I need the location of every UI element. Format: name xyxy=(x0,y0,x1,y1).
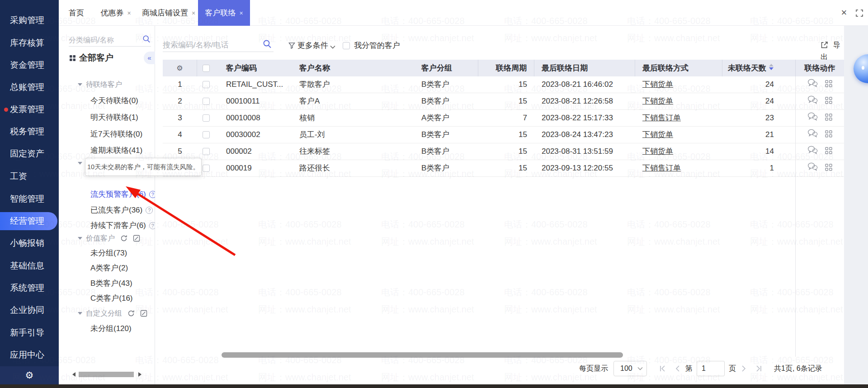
last-contact-method-link[interactable]: 下销货单 xyxy=(642,97,673,105)
row-checkbox[interactable] xyxy=(203,148,210,155)
header-col-9[interactable]: 未联络天数 xyxy=(722,60,796,76)
sidebar-item-3[interactable]: 资金管理 xyxy=(0,56,59,74)
tab-close-icon[interactable]: × xyxy=(239,9,243,17)
last-contact-method-link[interactable]: 下销货单 xyxy=(642,130,673,139)
tree-horizontal-scrollbar[interactable] xyxy=(72,371,151,378)
tab-2[interactable]: 优惠券× xyxy=(98,0,134,26)
scroll-right-icon[interactable] xyxy=(138,372,142,377)
column-settings-gear-icon[interactable]: ⚙ xyxy=(176,64,183,72)
sidebar-item-16[interactable]: 应用中心 xyxy=(0,346,59,364)
row-checkbox[interactable] xyxy=(203,114,210,122)
tab-close-icon[interactable]: × xyxy=(192,9,195,17)
tree-item-4[interactable]: 近7天待联络(0) xyxy=(59,128,155,141)
row-checkbox[interactable] xyxy=(203,98,210,105)
sidebar-item-13[interactable]: 系统管理 xyxy=(0,279,59,297)
last-contact-method-link[interactable]: 下销售订单 xyxy=(642,164,681,172)
sidebar-item-12[interactable]: 基础信息 xyxy=(0,257,59,275)
tree-item-11[interactable]: 未分组(73) xyxy=(59,246,155,260)
tree-item-14[interactable]: C类客户(16) xyxy=(59,292,155,305)
more-actions-grid-icon[interactable] xyxy=(825,127,832,143)
cell-contact-actions xyxy=(796,160,844,176)
scrollbar-thumb[interactable] xyxy=(79,372,134,377)
more-conditions-button[interactable]: 更多条件 xyxy=(288,39,335,52)
select-all-checkbox[interactable] xyxy=(203,65,210,72)
sidebar-item-15[interactable]: 新手引导 xyxy=(0,324,59,342)
tree-expand-arrow-icon[interactable] xyxy=(78,83,82,86)
export-button[interactable]: 导出 xyxy=(821,39,844,51)
help-icon[interactable]: ? xyxy=(146,207,153,214)
wechat-contact-icon[interactable] xyxy=(807,127,818,143)
edit-icon[interactable] xyxy=(140,310,147,317)
wechat-contact-icon[interactable] xyxy=(807,77,818,93)
tab-close-icon[interactable]: × xyxy=(127,9,131,17)
row-checkbox[interactable] xyxy=(203,81,210,88)
wechat-contact-icon[interactable] xyxy=(807,94,818,109)
sidebar-item-4[interactable]: 总账管理 xyxy=(0,78,59,96)
wechat-contact-icon[interactable] xyxy=(807,161,818,176)
sidebar-item-11[interactable]: 小畅报销 xyxy=(0,234,59,252)
tree-item-12[interactable]: A类客户(2) xyxy=(59,261,155,275)
edit-icon[interactable] xyxy=(133,235,140,242)
tree-item-16[interactable]: 未分组(120) xyxy=(59,322,155,336)
tree-item-7[interactable]: 流失预警客户(6)? xyxy=(59,188,155,201)
tree-item-1[interactable]: 待联络客户 xyxy=(59,78,155,91)
more-actions-grid-icon[interactable] xyxy=(825,94,832,109)
tree-item-2[interactable]: 今天待联络(0) xyxy=(59,94,155,108)
tree-item-5[interactable]: 逾期未联络(41) xyxy=(59,144,155,157)
tree-expand-arrow-icon[interactable] xyxy=(78,237,82,240)
collapse-panel-button[interactable]: « xyxy=(144,52,155,64)
sidebar-item-1[interactable]: 采购管理 xyxy=(0,11,59,29)
more-actions-grid-icon[interactable] xyxy=(825,110,832,126)
sidebar-item-2[interactable]: 库存核算 xyxy=(0,34,59,52)
checkbox[interactable] xyxy=(343,42,350,49)
wechat-contact-icon[interactable] xyxy=(807,144,818,160)
tree-search-input[interactable] xyxy=(69,34,151,47)
my-customers-checkbox[interactable]: 我分管的客户 xyxy=(343,40,400,51)
more-actions-grid-icon[interactable] xyxy=(825,144,832,160)
fullscreen-icon[interactable] xyxy=(855,9,863,19)
next-page-button[interactable] xyxy=(740,365,747,372)
tab-3[interactable]: 商城店铺设置× xyxy=(142,0,195,26)
last-contact-method-link[interactable]: 下销货单 xyxy=(642,147,673,156)
last-contact-method-link[interactable]: 下销货单 xyxy=(642,80,673,89)
tree-item-8[interactable]: 已流失客户(36)? xyxy=(59,203,155,217)
per-page-select[interactable]: 100 xyxy=(613,361,647,376)
row-checkbox[interactable] xyxy=(203,131,210,138)
search-icon[interactable] xyxy=(142,35,151,45)
tree-item-10[interactable]: 价值客户 xyxy=(59,232,155,245)
sidebar-item-14[interactable]: 企业协同 xyxy=(0,301,59,319)
search-icon[interactable] xyxy=(263,39,272,50)
tab-4[interactable]: 客户联络× xyxy=(198,0,250,26)
settings-gear-icon[interactable]: ⚙ xyxy=(0,366,59,384)
close-icon[interactable]: × xyxy=(837,6,851,20)
sidebar-item-7[interactable]: 固定资产 xyxy=(0,145,59,163)
table-horizontal-scrollbar[interactable] xyxy=(222,352,623,358)
sort-icon[interactable] xyxy=(769,64,774,70)
prev-page-button[interactable] xyxy=(674,365,681,372)
page-number-input[interactable] xyxy=(697,361,725,376)
wechat-contact-icon[interactable] xyxy=(807,110,818,126)
tree-item-3[interactable]: 明天待联络(1) xyxy=(59,111,155,124)
sidebar-item-9[interactable]: 智能管理 xyxy=(0,190,59,208)
sidebar-item-8[interactable]: 工资 xyxy=(0,167,59,185)
tree-expand-arrow-icon[interactable] xyxy=(78,312,82,315)
tree-item-13[interactable]: B类客户(43) xyxy=(59,277,155,290)
first-page-button[interactable] xyxy=(659,365,666,372)
tree-item-9[interactable]: 持续下滑客户(6)? xyxy=(59,219,155,232)
sidebar-item-6[interactable]: 税务管理 xyxy=(0,123,59,141)
more-actions-grid-icon[interactable] xyxy=(825,77,832,93)
customer-search-input[interactable] xyxy=(163,38,274,52)
refresh-icon[interactable] xyxy=(127,310,135,317)
tab-1[interactable]: 首页 xyxy=(66,0,86,26)
more-actions-grid-icon[interactable] xyxy=(825,161,832,176)
sidebar-item-5[interactable]: 发票管理 xyxy=(0,100,59,118)
scroll-left-icon[interactable] xyxy=(72,372,75,377)
row-checkbox[interactable] xyxy=(203,165,210,172)
sidebar-item-10[interactable]: 经营管理 xyxy=(0,212,57,230)
last-contact-method-link[interactable]: 下销售订单 xyxy=(642,114,681,122)
tree-expand-arrow-icon[interactable] xyxy=(78,162,82,165)
tree-item-15[interactable]: 自定义分组 xyxy=(59,307,155,320)
refresh-icon[interactable] xyxy=(120,235,127,242)
last-page-button[interactable] xyxy=(755,365,763,372)
tree-root-all-customers[interactable]: 全部客户 xyxy=(70,51,113,65)
